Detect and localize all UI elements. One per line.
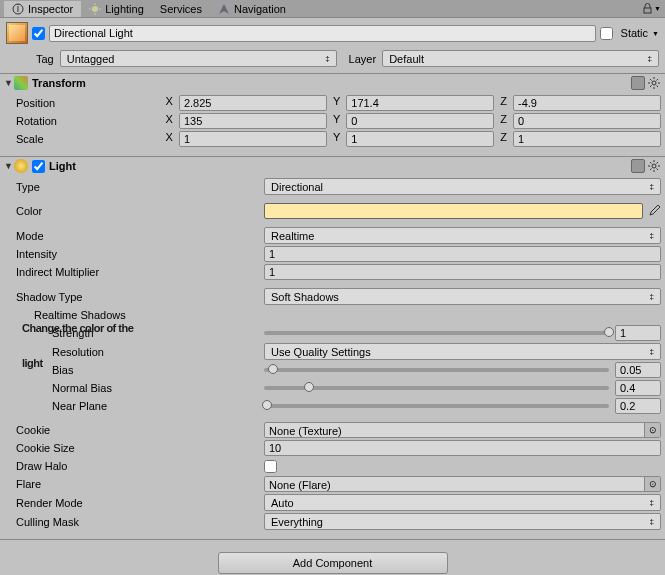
rotation-label: Rotation — [4, 115, 162, 127]
object-picker-icon[interactable]: ⊙ — [644, 477, 660, 491]
light-header: ▼ Light — [0, 157, 665, 175]
tab-services[interactable]: Services — [152, 1, 210, 17]
svg-line-16 — [650, 86, 652, 88]
draw-halo-checkbox[interactable] — [264, 460, 277, 473]
transform-icon — [14, 76, 28, 90]
gameobject-icon[interactable] — [6, 22, 28, 44]
cookie-size-field[interactable] — [264, 440, 661, 456]
position-x[interactable] — [179, 95, 327, 111]
indirect-label: Indirect Multiplier — [4, 266, 264, 278]
flare-field[interactable]: None (Flare)⊙ — [264, 476, 661, 492]
svg-line-25 — [650, 169, 652, 171]
context-menu-icon[interactable]: ▼ — [654, 5, 661, 12]
axis-x: X — [162, 131, 177, 147]
normal-bias-slider[interactable] — [264, 386, 609, 390]
render-mode-label: Render Mode — [4, 497, 264, 509]
layer-value: Default — [389, 53, 424, 65]
eyedropper-icon[interactable] — [647, 204, 661, 218]
normal-bias-field[interactable] — [615, 380, 661, 396]
realtime-shadows-label: Realtime Shadows — [4, 309, 264, 321]
nav-icon — [218, 3, 230, 15]
light-enabled-checkbox[interactable] — [32, 160, 45, 173]
light-component: ▼ Light Type Directional‡ Color Mode Rea… — [0, 156, 665, 539]
flare-label: Flare — [4, 478, 264, 490]
svg-rect-8 — [644, 8, 651, 13]
scale-z[interactable] — [513, 131, 661, 147]
light-title: Light — [49, 160, 631, 172]
tag-value: Untagged — [67, 53, 115, 65]
color-field[interactable] — [264, 203, 643, 219]
axis-x: X — [162, 113, 177, 129]
rotation-z[interactable] — [513, 113, 661, 129]
cookie-label: Cookie — [4, 424, 264, 436]
strength-label: Strength — [4, 327, 264, 339]
light-icon — [14, 159, 28, 173]
svg-line-14 — [650, 79, 652, 81]
intensity-field[interactable] — [264, 246, 661, 262]
info-icon: i — [12, 3, 24, 15]
gear-icon[interactable] — [647, 76, 661, 90]
position-z[interactable] — [513, 95, 661, 111]
static-dropdown-arrow[interactable]: ▼ — [652, 30, 659, 37]
culling-mask-dropdown[interactable]: Everything‡ — [264, 513, 661, 530]
layer-label: Layer — [349, 53, 377, 65]
help-icon[interactable] — [631, 159, 645, 173]
tab-lighting[interactable]: Lighting — [81, 1, 152, 17]
cookie-field[interactable]: None (Texture)⊙ — [264, 422, 661, 438]
tab-label: Inspector — [28, 3, 73, 15]
tag-layer-row: Tag Untagged‡ Layer Default‡ — [0, 48, 665, 73]
transform-title: Transform — [32, 77, 631, 89]
active-checkbox[interactable] — [32, 27, 45, 40]
draw-halo-label: Draw Halo — [4, 460, 264, 472]
resolution-label: Resolution — [4, 346, 264, 358]
sun-icon — [89, 3, 101, 15]
object-header: Static ▼ — [0, 18, 665, 48]
tag-label: Tag — [36, 53, 54, 65]
rotation-x[interactable] — [179, 113, 327, 129]
object-name-field[interactable] — [49, 25, 596, 42]
foldout-icon[interactable]: ▼ — [4, 161, 14, 171]
tab-label: Lighting — [105, 3, 144, 15]
position-y[interactable] — [346, 95, 494, 111]
svg-line-15 — [657, 86, 659, 88]
tab-inspector[interactable]: i Inspector — [4, 1, 81, 17]
scale-y[interactable] — [346, 131, 494, 147]
bias-slider[interactable] — [264, 368, 609, 372]
resolution-dropdown[interactable]: Use Quality Settings‡ — [264, 343, 661, 360]
near-plane-slider[interactable] — [264, 404, 609, 408]
render-mode-dropdown[interactable]: Auto‡ — [264, 494, 661, 511]
type-label: Type — [4, 181, 264, 193]
normal-bias-label: Normal Bias — [4, 382, 264, 394]
static-checkbox[interactable] — [600, 27, 613, 40]
tag-dropdown[interactable]: Untagged‡ — [60, 50, 337, 67]
bias-label: Bias — [4, 364, 264, 376]
mode-dropdown[interactable]: Realtime‡ — [264, 227, 661, 244]
svg-marker-7 — [219, 4, 229, 14]
inspector-tabbar: i Inspector Lighting Services Navigation… — [0, 0, 665, 18]
tab-navigation[interactable]: Navigation — [210, 1, 294, 17]
foldout-icon[interactable]: ▼ — [4, 78, 14, 88]
axis-x: X — [162, 95, 177, 111]
strength-field[interactable] — [615, 325, 661, 341]
add-component-button[interactable]: Add Component — [218, 552, 448, 574]
color-label: Color — [4, 205, 264, 217]
mode-label: Mode — [4, 230, 264, 242]
svg-point-9 — [652, 81, 656, 85]
tab-label: Services — [160, 3, 202, 15]
gear-icon[interactable] — [647, 159, 661, 173]
rotation-y[interactable] — [346, 113, 494, 129]
layer-dropdown[interactable]: Default‡ — [382, 50, 659, 67]
strength-slider[interactable] — [264, 331, 609, 335]
type-dropdown[interactable]: Directional‡ — [264, 178, 661, 195]
help-icon[interactable] — [631, 76, 645, 90]
svg-point-2 — [92, 6, 98, 12]
shadow-type-dropdown[interactable]: Soft Shadows‡ — [264, 288, 661, 305]
scale-x[interactable] — [179, 131, 327, 147]
indirect-field[interactable] — [264, 264, 661, 280]
near-plane-field[interactable] — [615, 398, 661, 414]
axis-z: Z — [496, 131, 511, 147]
lock-icon[interactable] — [643, 3, 652, 14]
object-picker-icon[interactable]: ⊙ — [644, 423, 660, 437]
bias-field[interactable] — [615, 362, 661, 378]
add-component-container: Add Component — [0, 540, 665, 575]
